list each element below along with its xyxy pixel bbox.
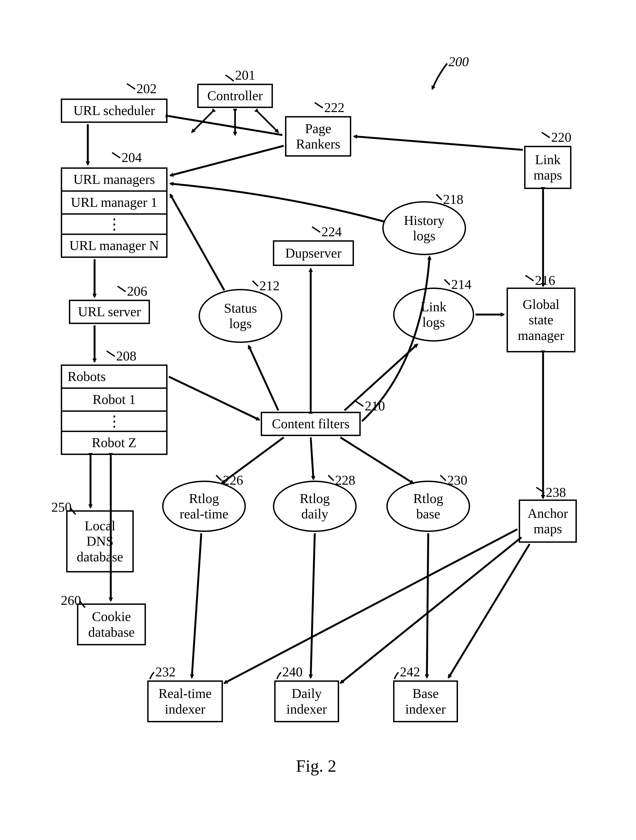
svg-line-14	[170, 146, 284, 175]
ref-232: 232	[155, 664, 176, 680]
node-url-server: URL server	[69, 300, 150, 324]
ref-230: 230	[447, 472, 467, 488]
ref-226: 226	[223, 472, 243, 488]
node-global-state-mgr-text: Global state manager	[518, 297, 564, 343]
node-url-scheduler: URL scheduler	[61, 99, 168, 123]
node-rtlog-daily: Rtlog daily	[273, 481, 357, 532]
ref-224: 224	[321, 224, 342, 240]
ref-218: 218	[443, 192, 464, 207]
node-status-logs-text: Status logs	[224, 300, 257, 332]
node-controller-text: Controller	[207, 88, 263, 104]
node-dupserver: Dupserver	[273, 240, 354, 266]
ref-240: 240	[282, 664, 302, 680]
ref-206: 206	[127, 284, 147, 299]
diagram-stage: 200 Controller 201 URL scheduler 202 Pag…	[0, 0, 636, 840]
svg-line-23	[427, 533, 428, 678]
svg-line-21	[192, 533, 201, 678]
node-url-manager-n-text: URL manager N	[70, 238, 159, 254]
node-rtlog-daily-text: Rtlog daily	[300, 491, 330, 522]
node-history-logs: History logs	[382, 201, 466, 255]
ref-200: 200	[448, 54, 469, 69]
node-robots-hdr: Robots	[61, 365, 168, 389]
node-robot-z: Robot Z	[61, 432, 168, 455]
node-rtlog-base: Rtlog base	[386, 481, 470, 532]
node-dupserver-text: Dupserver	[285, 245, 342, 261]
node-url-manager-dots-text: ⋮	[107, 215, 122, 233]
node-rtlog-realtime-text: Rtlog real-time	[180, 491, 228, 522]
node-global-state-mgr: Global state manager	[506, 287, 576, 352]
node-content-filters-text: Content filters	[272, 416, 349, 432]
node-page-rankers: Page Rankers	[285, 116, 351, 156]
node-robot-dots: ⋮	[61, 412, 168, 432]
node-page-rankers-text: Page Rankers	[296, 121, 340, 152]
node-url-manager-1-text: URL manager 1	[71, 195, 157, 210]
node-link-maps: Link maps	[524, 146, 571, 189]
node-daily-indexer-text: Daily indexer	[286, 686, 327, 717]
node-cookie-db-text: Cookie database	[88, 609, 134, 640]
node-content-filters: Content filters	[261, 412, 361, 436]
node-url-manager-1: URL manager 1	[61, 192, 168, 215]
node-robot-dots-text: ⋮	[107, 412, 122, 430]
node-robot-1-text: Robot 1	[93, 392, 136, 407]
ref-250: 250	[51, 499, 71, 515]
svg-line-9	[170, 194, 224, 290]
node-cookie-db: Cookie database	[77, 603, 146, 645]
ref-222: 222	[324, 100, 345, 115]
ref-260: 260	[61, 593, 81, 608]
node-anchor-maps-text: Anchor maps	[528, 506, 568, 537]
svg-line-22	[311, 533, 315, 678]
ref-238: 238	[546, 485, 566, 501]
node-url-server-text: URL server	[78, 304, 141, 320]
svg-line-19	[311, 437, 313, 479]
node-url-scheduler-text: URL scheduler	[73, 103, 155, 118]
node-anchor-maps: Anchor maps	[519, 499, 577, 543]
node-realtime-indexer-text: Real-time indexer	[158, 686, 212, 717]
node-link-maps-text: Link maps	[533, 152, 562, 183]
svg-line-26	[448, 544, 530, 678]
ref-216: 216	[535, 273, 555, 288]
svg-line-0	[192, 112, 212, 132]
ref-242: 242	[400, 664, 420, 680]
svg-line-2	[258, 112, 278, 132]
node-history-logs-text: History logs	[404, 213, 445, 244]
node-robot-1: Robot 1	[61, 389, 168, 412]
ref-214: 214	[451, 277, 471, 292]
figure-label: Fig. 2	[275, 756, 357, 776]
node-base-indexer-text: Base indexer	[405, 686, 446, 717]
node-realtime-indexer: Real-time indexer	[147, 681, 223, 722]
node-robot-z-text: Robot Z	[92, 435, 136, 451]
svg-line-15	[354, 136, 523, 150]
svg-line-7	[169, 377, 259, 420]
node-base-indexer: Base indexer	[393, 681, 458, 722]
ref-210: 210	[365, 398, 385, 414]
ref-208: 208	[116, 348, 136, 364]
node-url-managers-hdr-text: URL managers	[73, 172, 155, 187]
ref-212: 212	[259, 278, 280, 294]
node-rtlog-realtime: Rtlog real-time	[162, 481, 246, 532]
node-rtlog-base-text: Rtlog base	[413, 491, 443, 522]
ref-202: 202	[136, 81, 157, 97]
node-link-logs: Link logs	[393, 287, 474, 341]
node-status-logs: Status logs	[199, 289, 282, 343]
node-local-dns: Local DNS database	[66, 510, 134, 572]
node-url-manager-n: URL manager N	[61, 235, 168, 258]
node-link-logs-text: Link logs	[421, 299, 446, 330]
svg-line-8	[248, 346, 278, 411]
svg-line-13	[169, 116, 282, 135]
node-url-manager-dots: ⋮	[61, 215, 168, 235]
svg-line-24	[224, 529, 517, 683]
node-controller: Controller	[197, 84, 273, 108]
ref-204: 204	[122, 150, 142, 166]
svg-line-25	[340, 537, 521, 683]
ref-228: 228	[335, 472, 355, 488]
ref-201: 201	[235, 68, 255, 83]
node-robots-hdr-text: Robots	[65, 369, 163, 385]
node-daily-indexer: Daily indexer	[274, 681, 339, 722]
node-url-managers-hdr: URL managers	[61, 167, 168, 192]
node-local-dns-text: Local DNS database	[77, 518, 123, 565]
ref-220: 220	[551, 129, 571, 145]
